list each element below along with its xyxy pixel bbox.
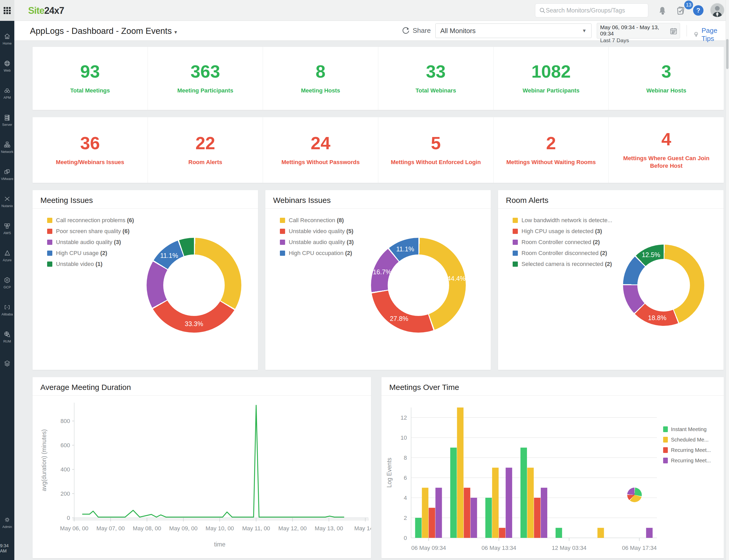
legend-item[interactable]: High CPU occupation (2) xyxy=(280,248,354,259)
sidebar-item-aws[interactable]: AWS xyxy=(0,215,14,242)
page-scrollbar[interactable] xyxy=(726,0,729,560)
kpi-value: 5 xyxy=(431,134,441,152)
legend-label: Poor screen share quality (6) xyxy=(56,228,129,235)
legend-item[interactable]: Unstable audio quality (3) xyxy=(47,237,134,248)
donut-row: Meeting Issues Call reconnection problem… xyxy=(33,190,724,370)
sidebar-item-admin[interactable]: Admin xyxy=(0,509,14,536)
legend-item[interactable]: Call Reconnection (8) xyxy=(280,215,354,226)
tasks-icon[interactable] xyxy=(676,6,686,16)
bar-recurringmeet-g1[interactable] xyxy=(464,488,470,538)
legend-label: Recurring Meet... xyxy=(671,447,711,453)
bell-icon[interactable] xyxy=(657,6,667,16)
legend-label: Unstable audio quality (3) xyxy=(56,239,121,246)
red-kpi-1: 22Room Alerts xyxy=(148,117,263,183)
vmware-icon xyxy=(4,168,11,175)
kpi-label: Mettings Without Enforced Login xyxy=(391,159,481,166)
legend-label: Recurring Meet... xyxy=(671,458,711,464)
bar-recurringmeet-g0[interactable] xyxy=(435,488,442,538)
legend-item[interactable]: Unstable video (1) xyxy=(47,259,134,270)
legend-item[interactable]: Selected camera is reconnected (2) xyxy=(513,259,612,270)
duration-line-series xyxy=(82,405,344,517)
legend-item[interactable]: Recurring Meet... xyxy=(663,455,711,466)
svg-text:06 May 09:34: 06 May 09:34 xyxy=(411,545,446,551)
date-range-picker[interactable]: May 06, 09:34 - May 13, 09:34 Last 7 Day… xyxy=(597,23,680,39)
bar-recurringmeet-g6[interactable] xyxy=(646,528,653,538)
sidebar-item-rum[interactable]: RUM xyxy=(0,323,14,351)
title-caret-icon: ▾ xyxy=(175,29,177,35)
sidebar-item-alibaba[interactable]: Alibaba xyxy=(0,296,14,323)
sidebar-item-nutanix[interactable]: Nutanix xyxy=(0,188,14,215)
page-tips-button[interactable]: Page Tips xyxy=(693,27,729,43)
page-title[interactable]: AppLogs - Dashboard - Zoom Events▾ xyxy=(30,26,177,36)
bar-recurringmeet-g0[interactable] xyxy=(428,508,435,538)
page-title-text: AppLogs - Dashboard - Zoom Events xyxy=(30,26,172,36)
bar-instantmeeting-g2[interactable] xyxy=(485,498,492,538)
room-alerts-card: Room Alerts Low bandwidth network is det… xyxy=(498,190,724,370)
svg-text:0: 0 xyxy=(404,535,407,541)
legend-swatch xyxy=(513,251,518,256)
legend-item[interactable]: High CPU usage (2) xyxy=(47,248,134,259)
legend-item[interactable]: Call reconnection problems (6) xyxy=(47,215,134,226)
legend-label: Call Reconnection (8) xyxy=(289,217,344,224)
date-range-value: May 06, 09:34 - May 13, 09:34 xyxy=(600,24,668,37)
legend-item[interactable]: Poor screen share quality (6) xyxy=(47,226,134,237)
bar-recurringmeet-g3[interactable] xyxy=(541,488,547,538)
help-button[interactable]: ? xyxy=(693,5,703,16)
legend-item[interactable]: Unstable video quality (5) xyxy=(280,226,354,237)
legend-item[interactable]: Low bandwidth network is detecte... xyxy=(513,215,612,226)
bar-recurringmeet-g2[interactable] xyxy=(506,468,512,538)
legend-item[interactable]: Unstable audio quality (3) xyxy=(280,237,354,248)
bar-instantmeeting-g1[interactable] xyxy=(450,448,457,538)
legend-item[interactable]: Instant Meeting xyxy=(663,424,711,434)
avg-meeting-duration-title: Average Meeting Duration xyxy=(33,377,371,392)
legend-label: High CPU usage is detected (3) xyxy=(521,228,602,235)
legend-item[interactable]: Room Controller connected (2) xyxy=(513,237,612,248)
sidebar-item-vmware[interactable]: VMware xyxy=(0,161,14,188)
bar-scheduledme-g2[interactable] xyxy=(492,468,498,538)
bar-instantmeeting-g3[interactable] xyxy=(520,448,527,538)
sidebar-item-label: AWS xyxy=(3,231,11,235)
search-input[interactable] xyxy=(546,7,644,14)
monitor-filter-select[interactable]: All Monitors ▼ xyxy=(435,23,591,38)
share-button[interactable]: Share xyxy=(402,27,430,35)
svg-text:Log Events: Log Events xyxy=(386,458,392,488)
app-grid-button[interactable] xyxy=(0,0,14,21)
sidebar-item-home[interactable]: Home xyxy=(0,26,14,53)
apm-icon xyxy=(4,87,11,94)
bar-recurringmeet-g2[interactable] xyxy=(499,528,505,538)
sidebar-item-network[interactable]: Network xyxy=(0,134,14,161)
svg-text:600: 600 xyxy=(60,442,70,449)
web-icon xyxy=(4,60,11,67)
scrollbar-thumb[interactable] xyxy=(726,39,728,69)
legend-item[interactable]: High CPU usage is detected (3) xyxy=(513,226,612,237)
global-search[interactable] xyxy=(535,3,648,17)
donut-hole xyxy=(388,254,449,316)
user-avatar[interactable] xyxy=(710,3,725,17)
legend-swatch xyxy=(513,240,518,245)
bar-recurringmeet-g3[interactable] xyxy=(534,498,540,538)
bar-chart-svg: 024681012Log Events06 May 09:3406 May 13… xyxy=(381,398,724,554)
bar-scheduledme-g3[interactable] xyxy=(527,468,534,538)
bar-scheduledme-g1[interactable] xyxy=(457,408,463,538)
sidebar-item-azure[interactable]: Azure xyxy=(0,242,14,269)
red-kpi-0: 36Meeting/Webinars Issues xyxy=(33,117,148,183)
sidebar-item-apm[interactable]: APM xyxy=(0,80,14,107)
avg-meeting-duration-chart: 0200400600800May 06, 00May 07, 00May 08,… xyxy=(33,398,371,555)
kpi-label: Meeting Participants xyxy=(177,87,233,95)
bar-scheduledme-g0[interactable] xyxy=(422,488,428,538)
site24x7-logo[interactable]: Site24x7 xyxy=(28,5,64,16)
sidebar-item-applogs[interactable] xyxy=(0,351,14,378)
bar-instantmeeting-g0[interactable] xyxy=(415,518,421,538)
legend-item[interactable]: Scheduled Me... xyxy=(663,434,711,445)
legend-item[interactable]: Room Controller disconnected (2) xyxy=(513,248,612,259)
bar-scheduledme-g5[interactable] xyxy=(597,528,604,538)
svg-text:avg(duration) (minutes): avg(duration) (minutes) xyxy=(41,429,47,491)
sidebar-item-web[interactable]: Web xyxy=(0,53,14,80)
legend-item[interactable]: Recurring Meet... xyxy=(663,445,711,455)
sidebar-item-gcp[interactable]: GCP xyxy=(0,269,14,296)
date-range-preset: Last 7 Days xyxy=(600,37,668,43)
sidebar-item-server[interactable]: Server xyxy=(0,107,14,134)
bar-instantmeeting-g4[interactable] xyxy=(556,528,562,538)
svg-text:06 May 13:34: 06 May 13:34 xyxy=(481,545,516,551)
bar-recurringmeet-g1[interactable] xyxy=(470,498,477,538)
